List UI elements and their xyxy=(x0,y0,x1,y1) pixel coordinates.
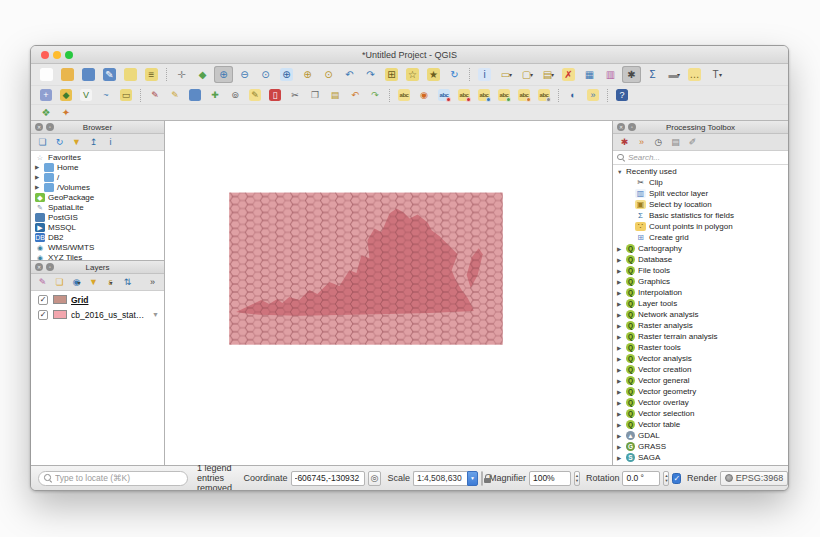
toolbox-group-vector-general[interactable]: ▶QVector general xyxy=(613,375,788,386)
expand-arrow-icon[interactable]: ▼ xyxy=(617,169,626,175)
browser-item-db2[interactable]: ▶DBDB2 xyxy=(31,232,164,242)
expand-arrow-icon[interactable]: ▶ xyxy=(617,444,626,450)
expand-arrow-icon[interactable]: ▶ xyxy=(617,367,626,373)
scale-combobox[interactable]: 1:4,508,630 ▼ xyxy=(413,471,478,486)
map-tips-button[interactable]: …▾ xyxy=(685,66,704,83)
layout-manager-button[interactable]: ≡▾ xyxy=(142,66,161,83)
vertex-tool-button[interactable]: ⊚▾ xyxy=(226,88,244,103)
toolbox-group-interpolation[interactable]: ▶QInterpolation xyxy=(613,287,788,298)
properties-widget-button[interactable]: i xyxy=(102,135,119,150)
field-calculator-button[interactable]: ▥▾ xyxy=(601,66,620,83)
new-project-button[interactable]: ▾ xyxy=(37,66,56,83)
panel-close-button[interactable]: ✕ xyxy=(617,123,625,131)
expand-arrow-icon[interactable]: ▶ xyxy=(617,257,626,263)
expand-arrow-icon[interactable]: ▶ xyxy=(617,378,626,384)
toolbox-group-vector-creation[interactable]: ▶QVector creation xyxy=(613,364,788,375)
current-edits-button[interactable]: ✎▾ xyxy=(146,88,164,103)
new-virtual-layer-button[interactable]: ▭▾ xyxy=(117,88,135,103)
toolbox-group-file-tools[interactable]: ▶QFile tools xyxy=(613,265,788,276)
layer-row-grid[interactable]: ✓Grid▼ xyxy=(31,292,164,307)
toolbox-group-gdal[interactable]: ▶▲GDAL xyxy=(613,430,788,441)
magnifier-input[interactable] xyxy=(529,471,571,486)
toolbox-group-grass[interactable]: ▶GGRASS xyxy=(613,441,788,452)
open-project-button[interactable]: ▾ xyxy=(58,66,77,83)
pan-map-button[interactable]: ✛▾ xyxy=(172,66,191,83)
alg-clip[interactable]: ✂Clip xyxy=(613,177,788,188)
rotation-input[interactable] xyxy=(622,471,660,486)
coordinate-input[interactable] xyxy=(291,471,365,486)
expand-arrow-icon[interactable]: ▶ xyxy=(617,323,626,329)
render-checkbox[interactable]: ✓ xyxy=(672,473,681,484)
expand-arrow-icon[interactable]: ▶ xyxy=(617,389,626,395)
toolbox-group-recently-used[interactable]: ▼ Recently used xyxy=(613,166,788,177)
deselect-features-button[interactable]: ✗▾ xyxy=(559,66,578,83)
toolbox-group-vector-geometry[interactable]: ▶QVector geometry xyxy=(613,386,788,397)
browser-item-favorites[interactable]: ▶☆Favorites xyxy=(31,152,164,162)
alg-split-vector-layer[interactable]: ▥Split vector layer xyxy=(613,188,788,199)
layer-diagram-button[interactable]: ◉▾ xyxy=(415,88,433,103)
toolbox-group-raster-analysis[interactable]: ▶QRaster analysis xyxy=(613,320,788,331)
toolbox-group-layer-tools[interactable]: ▶QLayer tools xyxy=(613,298,788,309)
expand-arrow-icon[interactable]: ▶ xyxy=(617,411,626,417)
help-button[interactable]: ?▾ xyxy=(613,88,631,103)
toolbox-group-saga[interactable]: ▶SSAGA xyxy=(613,452,788,463)
zoom-last-button[interactable]: ↶▾ xyxy=(340,66,359,83)
map-themes-button[interactable]: ◉▾ xyxy=(68,275,85,290)
toolbox-history-button[interactable]: ◷ xyxy=(650,135,667,150)
toolbox-group-raster-terrain-analysis[interactable]: ▶QRaster terrain analysis xyxy=(613,331,788,342)
browser-item-xyz[interactable]: ▶◉XYZ Tiles xyxy=(31,252,164,260)
browser-item-home[interactable]: ▶Home xyxy=(31,162,164,172)
expand-arrow-icon[interactable]: ▶ xyxy=(617,422,626,428)
toolbox-group-graphics[interactable]: ▶QGraphics xyxy=(613,276,788,287)
new-print-layout-button[interactable]: ▾ xyxy=(121,66,140,83)
layer-visibility-checkbox[interactable]: ✓ xyxy=(38,295,48,305)
expand-arrow-icon[interactable]: ▶ xyxy=(617,334,626,340)
minimize-window-button[interactable] xyxy=(53,51,61,59)
expand-arrow-icon[interactable]: ▶ xyxy=(617,433,626,439)
label-move-button[interactable]: abc▾ xyxy=(495,88,513,103)
toolbox-scripts-button[interactable]: » xyxy=(633,135,650,150)
layers-overflow-button[interactable]: »▾ xyxy=(144,275,161,290)
close-window-button[interactable] xyxy=(41,51,49,59)
add-selected-layers-button[interactable]: ❏ xyxy=(34,135,51,150)
panel-float-button[interactable]: ▫ xyxy=(46,263,54,271)
alg-count-points-in-polygon[interactable]: ∵Count points in polygon xyxy=(613,221,788,232)
python-console-button[interactable]: »▾ xyxy=(584,88,602,103)
plugin-icon-2[interactable]: ✦ xyxy=(57,105,75,120)
save-project-button[interactable]: ▾ xyxy=(79,66,98,83)
toolbox-options-button[interactable]: ✐ xyxy=(684,135,701,150)
layer-row-cb-2016-us-state[interactable]: ✓cb_2016_us_state_...▼ xyxy=(31,307,164,322)
text-annotation-button[interactable]: T▾ xyxy=(706,66,725,83)
measure-button[interactable]: ▬▾ xyxy=(664,66,683,83)
layer-visibility-checkbox[interactable]: ✓ xyxy=(38,310,48,320)
crs-status-button[interactable]: EPSG:3968 xyxy=(720,471,789,486)
label-pin-button[interactable]: abc▾ xyxy=(455,88,473,103)
expand-arrow-icon[interactable]: ▶ xyxy=(617,400,626,406)
browser-item-spatialite[interactable]: ▶✎SpatiaLite xyxy=(31,202,164,212)
browser-item-wms[interactable]: ▶◉WMS/WMTS xyxy=(31,242,164,252)
browser-item-postgis[interactable]: ▶PostGIS xyxy=(31,212,164,222)
refresh-browser-button[interactable]: ↻ xyxy=(51,135,68,150)
panel-float-button[interactable]: ▫ xyxy=(628,123,636,131)
browser-item-volumes[interactable]: ▶/Volumes xyxy=(31,182,164,192)
new-shapefile-layer-button[interactable]: V▾ xyxy=(77,88,95,103)
scale-lock-icon[interactable] xyxy=(481,471,483,486)
toolbox-group-vector-overlay[interactable]: ▶QVector overlay xyxy=(613,397,788,408)
expand-arrow-icon[interactable]: ▶ xyxy=(617,345,626,351)
toolbox-search-input[interactable] xyxy=(628,153,784,162)
labeling-options-button[interactable]: abc▾ xyxy=(435,88,453,103)
browser-item-root[interactable]: ▶/ xyxy=(31,172,164,182)
alg-select-by-location[interactable]: ▣Select by location xyxy=(613,199,788,210)
pan-to-selection-button[interactable]: ◆▾ xyxy=(193,66,212,83)
add-group-button[interactable]: ❏▾ xyxy=(51,275,68,290)
modify-attributes-button[interactable]: ✎▾ xyxy=(246,88,264,103)
processing-toolbox-button[interactable]: ✱▾ xyxy=(622,66,641,83)
filter-browser-button[interactable]: ▼ xyxy=(68,135,85,150)
rotation-stepper[interactable]: ▲▼ xyxy=(663,471,669,486)
zoom-full-button[interactable]: ⊕▾ xyxy=(277,66,296,83)
select-features-button[interactable]: ▭▾ xyxy=(496,66,515,83)
zoom-out-button[interactable]: ⊖▾ xyxy=(235,66,254,83)
metasearch-button[interactable]: ◐▾ xyxy=(564,88,582,103)
zoom-native-button[interactable]: ⊙▾ xyxy=(256,66,275,83)
maximize-window-button[interactable] xyxy=(65,51,73,59)
